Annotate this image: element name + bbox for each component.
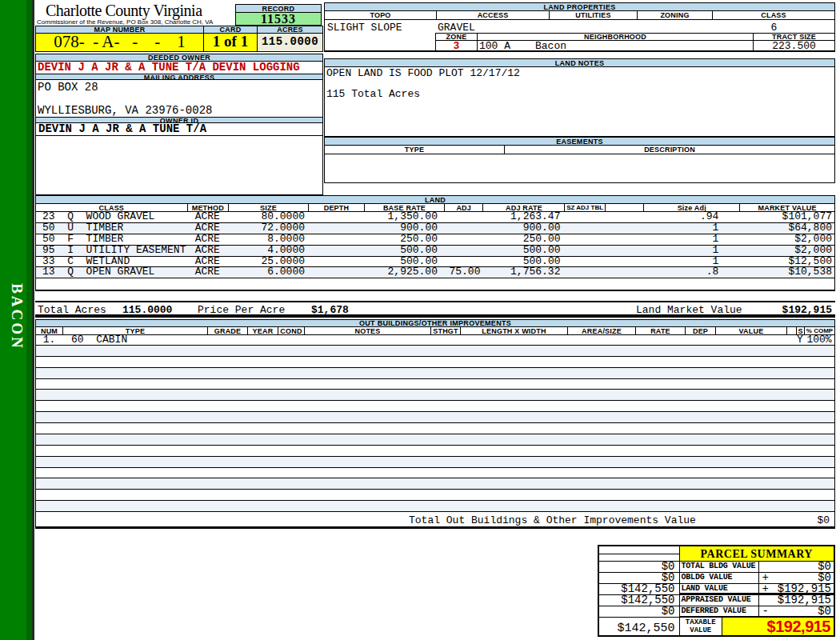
acres-field[interactable]: 115.0000 — [257, 34, 322, 51]
price-per-acre-label: Price Per Acre — [198, 304, 285, 316]
land-cell-blank — [605, 212, 644, 222]
address-line-2: WYLLIESBURG, VA 23976-0028 — [38, 105, 322, 117]
land-notes-label: LAND NOTES — [325, 59, 834, 67]
land-cell-base-rate: 500.00 — [364, 246, 444, 256]
county-title: Charlotte County Virginia — [35, 2, 237, 19]
land-properties-label: LAND PROPERTIES — [325, 3, 834, 11]
land-cell-size-adj: 1 — [643, 223, 739, 234]
ob-cell-length-width — [460, 335, 567, 345]
ob-col-dep: DEP — [685, 327, 715, 335]
land-cell-size-adj: 1 — [643, 234, 739, 245]
ob-cell-area-size — [567, 335, 635, 345]
summary-empty-cell-1 — [599, 546, 680, 554]
owner-panel: DEEDED OWNER DEVIN J A JR & A TUNE T/A D… — [35, 54, 323, 195]
deeded-owner-field[interactable]: DEVIN J A JR & A TUNE T/A DEVIN LOGGING — [36, 62, 322, 74]
land-cell-method: ACRE — [187, 234, 228, 245]
taxable-value-row: TAXABLE VALUE $192,915 — [680, 618, 834, 635]
taxable-value-label: TAXABLE VALUE — [680, 618, 723, 635]
topo-field[interactable]: SLIGHT SLOPE — [327, 22, 402, 34]
zone-neighborhood-table: ZONE NEIGHBORHOOD TRACT SIZE 3 100 A Bac… — [435, 33, 835, 51]
taxable-value: $192,915 — [722, 618, 834, 635]
land-cell-depth — [308, 212, 364, 222]
land-cell-depth — [308, 234, 364, 245]
land-totals-bar: Total Acres 115.0000 Price Per Acre $1,6… — [35, 301, 835, 318]
zone-field[interactable]: 3 — [436, 41, 477, 51]
mailing-address-label: MAILING ADDRESS — [36, 74, 322, 81]
land-cell-adj-rate: 1,756.32 — [482, 267, 564, 278]
land-market-value-label: Land Market Value — [636, 304, 742, 316]
land-cell-blank — [605, 246, 644, 256]
land-cell-sz-adj-tbl — [564, 223, 604, 234]
neighborhood-code: 100 A — [479, 41, 510, 51]
land-cell-class: 95 I UTILITY EASEMENT — [36, 246, 187, 256]
tract-size-field[interactable]: 223.500 — [753, 41, 834, 51]
land-market-value: $192,915 — [782, 304, 832, 316]
map-number-field[interactable]: 078- - A- - - 1 — [36, 34, 203, 51]
outbuildings-total-label: Total Out Buildings & Other Improvements… — [409, 514, 696, 526]
land-cell-adj-rate: 250.00 — [482, 234, 564, 245]
land-section-label: LAND — [36, 196, 834, 204]
outbuilding-row[interactable]: 1. 60 CABIN Y 100% — [36, 335, 834, 346]
land-row[interactable]: 13 Q OPEN GRAVEL ACRE 6.0000 2,925.00 75… — [36, 267, 834, 278]
record-number-field[interactable]: 11533 — [236, 13, 321, 26]
zone-label: ZONE — [436, 34, 477, 40]
land-notes-line-1[interactable]: OPEN LAND IS FOOD PLOT 12/17/12 — [325, 67, 834, 78]
land-cell-depth — [308, 267, 364, 278]
land-cell-market-value: $101,077 — [739, 212, 834, 222]
class-field[interactable]: 6 — [712, 22, 836, 34]
acres-label: ACRES — [257, 26, 322, 34]
prior-taxable-value: $142,550 — [599, 618, 680, 635]
topo-label: TOPO — [325, 11, 436, 19]
land-cell-method: ACRE — [187, 246, 228, 256]
outbuildings-total-value: $0 — [817, 514, 830, 526]
ob-cell-notes — [304, 335, 430, 345]
total-acres-value: 115.0000 — [122, 304, 172, 316]
county-header: Charlotte County Virginia Commissioner o… — [35, 2, 237, 26]
land-cell-depth — [308, 223, 364, 234]
land-cell-size-adj: 1 — [643, 246, 739, 256]
land-notes-line-2[interactable]: 115 Total Acres — [325, 78, 834, 99]
land-cell-sz-adj-tbl — [564, 267, 604, 278]
ob-cell-cond — [278, 335, 304, 345]
land-cell-blank — [605, 257, 644, 267]
outbuildings-header: NUM TYPE GRADE YEAR COND NOTES STHGT LEN… — [36, 327, 834, 336]
land-cell-market-value: $64,800 — [739, 223, 834, 234]
neighborhood-field[interactable]: 100 A Bacon — [477, 41, 753, 51]
parcel-summary-title: PARCEL SUMMARY — [680, 546, 834, 562]
outbuildings-total-row: Total Out Buildings & Other Improvements… — [36, 512, 834, 528]
ob-col-year: YEAR — [247, 327, 278, 335]
land-cell-size-adj: 1 — [643, 257, 739, 267]
land-cell-adj — [444, 212, 483, 222]
easements-label: EASEMENTS — [325, 138, 834, 146]
land-cell-sz-adj-tbl — [564, 246, 604, 256]
land-empty-row — [36, 278, 834, 290]
deferred-value-label: DEFERRED VALUE — [680, 606, 759, 618]
land-cell-class: 23 Q WOOD GRAVEL — [36, 212, 187, 222]
neighborhood-sidebar: BACON — [0, 0, 34, 640]
card-label: CARD — [203, 26, 257, 34]
ob-cell-year — [247, 335, 278, 345]
land-cell-size-adj: .8 — [643, 267, 739, 278]
land-cell-class: 50 F TIMBER — [36, 234, 187, 245]
ob-col-cond: COND — [278, 327, 304, 335]
utilities-label: UTILITIES — [549, 11, 637, 19]
land-cell-size-adj: .94 — [643, 212, 739, 222]
zoning-label: ZONING — [637, 11, 712, 19]
ob-cell-dep — [685, 335, 715, 345]
owner-id-field[interactable]: DEVIN J A JR & A TUNE T/A — [36, 123, 322, 135]
card-field[interactable]: 1 of 1 — [203, 34, 257, 51]
land-cell-size: 72.0000 — [228, 223, 308, 234]
land-cell-adj — [444, 223, 483, 234]
land-cell-method: ACRE — [187, 223, 228, 234]
neighborhood-name: Bacon — [535, 41, 566, 51]
land-cell-market-value: $10,538 — [739, 267, 834, 278]
easement-type-label: TYPE — [325, 146, 504, 154]
land-col-depth: DEPTH — [308, 204, 364, 212]
sidebar-neighborhood-label: BACON — [8, 283, 26, 350]
land-cell-adj-rate: 900.00 — [482, 223, 564, 234]
access-field[interactable]: GRAVEL — [438, 22, 475, 34]
parcel-id-table: MAP NUMBER CARD ACRES 078- - A- - - 1 1 … — [35, 26, 323, 52]
land-cell-base-rate: 2,925.00 — [364, 267, 444, 278]
land-cell-market-value: $2,000 — [739, 246, 834, 256]
mailing-address-field[interactable]: PO BOX 28 WYLLIESBURG, VA 23976-0028 — [36, 80, 322, 117]
